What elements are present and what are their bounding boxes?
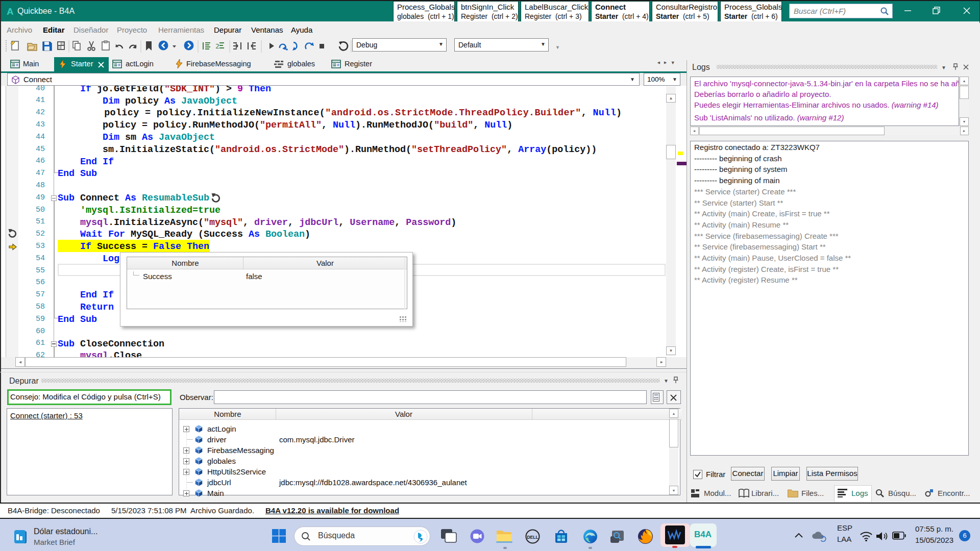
svg-text:2: 2 — [215, 42, 219, 50]
svg-text:DELL: DELL — [527, 535, 538, 540]
